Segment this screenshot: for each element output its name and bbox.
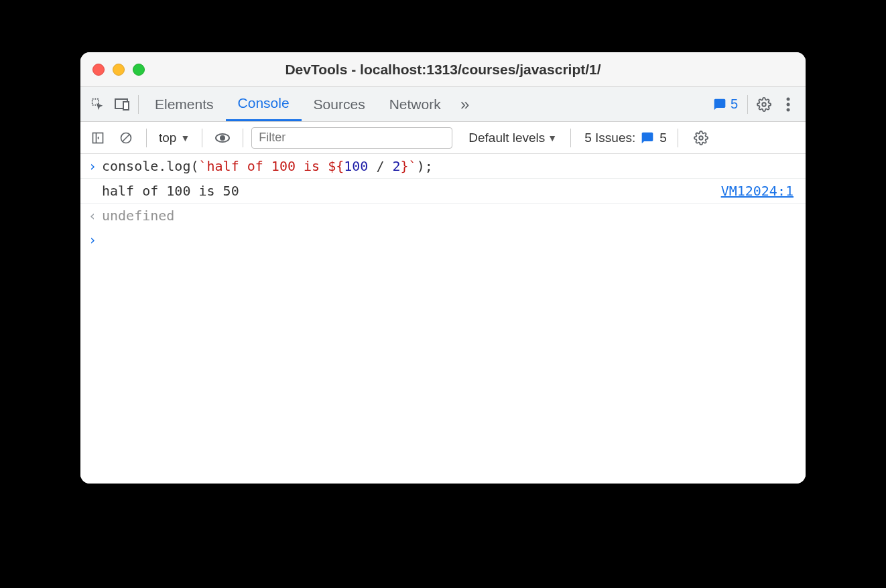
console-input-code: console.log(`half of 100 is ${100 / 2}`)… — [102, 158, 798, 174]
kebab-menu-icon[interactable] — [776, 92, 800, 117]
console-settings-icon[interactable] — [689, 126, 713, 150]
log-levels-selector[interactable]: Default levels ▼ — [468, 131, 557, 145]
output-caret-icon: ‹ — [88, 208, 102, 224]
window-title: DevTools - localhost:1313/courses/javasc… — [80, 62, 806, 78]
divider — [243, 129, 243, 147]
tab-network[interactable]: Network — [377, 87, 453, 121]
more-tabs-icon[interactable]: » — [453, 92, 477, 117]
levels-label: Default levels — [468, 131, 545, 145]
source-link[interactable]: VM12024:1 — [721, 183, 798, 199]
issues-count: 5 — [659, 131, 667, 145]
messages-count: 5 — [731, 96, 738, 112]
gutter-spacer — [88, 183, 102, 199]
console-log-text: half of 100 is 50 — [102, 183, 721, 199]
clear-console-icon[interactable] — [114, 126, 138, 150]
console-prompt-row[interactable]: › — [80, 228, 806, 252]
issues-label: 5 Issues: — [584, 131, 635, 145]
devtools-tabbar: Elements Console Sources Network » 5 — [80, 87, 806, 122]
console-return-row: ‹ undefined — [80, 204, 806, 228]
messages-badge[interactable]: 5 — [708, 96, 743, 112]
tab-sources[interactable]: Sources — [302, 87, 377, 121]
divider — [747, 95, 748, 114]
tab-elements[interactable]: Elements — [143, 87, 226, 121]
devtools-window: DevTools - localhost:1313/courses/javasc… — [80, 52, 806, 484]
divider — [138, 95, 139, 114]
live-expression-icon[interactable] — [210, 126, 235, 150]
console-log-row: half of 100 is 50 VM12024:1 — [80, 179, 806, 204]
svg-line-10 — [123, 135, 129, 141]
minimize-window-button[interactable] — [113, 64, 125, 76]
svg-point-4 — [787, 97, 790, 100]
svg-point-5 — [787, 102, 790, 106]
issues-button[interactable]: 5 Issues: 5 — [584, 131, 667, 145]
console-input-row: › console.log(`half of 100 is ${100 / 2}… — [80, 154, 806, 179]
divider — [202, 129, 202, 147]
tab-console[interactable]: Console — [226, 87, 302, 121]
device-toolbar-icon[interactable] — [110, 92, 134, 117]
traffic-lights — [80, 64, 145, 76]
chevron-down-icon: ▼ — [548, 133, 557, 143]
console-toolbar: top ▼ Default levels ▼ 5 Issues: 5 — [80, 122, 806, 154]
svg-point-6 — [787, 108, 790, 111]
divider — [146, 129, 147, 147]
context-label: top — [159, 131, 176, 145]
toggle-sidebar-icon[interactable] — [86, 126, 110, 150]
inspect-element-icon[interactable] — [86, 92, 110, 117]
settings-icon[interactable] — [752, 92, 776, 117]
svg-rect-2 — [123, 102, 129, 110]
divider — [678, 129, 678, 147]
chevron-down-icon: ▼ — [180, 133, 190, 143]
svg-point-13 — [699, 136, 703, 140]
divider — [570, 129, 571, 147]
window-titlebar: DevTools - localhost:1313/courses/javasc… — [80, 52, 806, 87]
filter-input[interactable] — [251, 127, 452, 149]
maximize-window-button[interactable] — [133, 64, 145, 76]
svg-point-12 — [220, 136, 225, 140]
svg-point-3 — [762, 102, 766, 106]
return-value: undefined — [102, 208, 798, 224]
prompt-caret-icon: › — [88, 232, 102, 248]
close-window-button[interactable] — [92, 64, 105, 76]
input-caret-icon: › — [88, 158, 102, 174]
console-output[interactable]: › console.log(`half of 100 is ${100 / 2}… — [80, 154, 806, 484]
context-selector[interactable]: top ▼ — [155, 131, 194, 145]
